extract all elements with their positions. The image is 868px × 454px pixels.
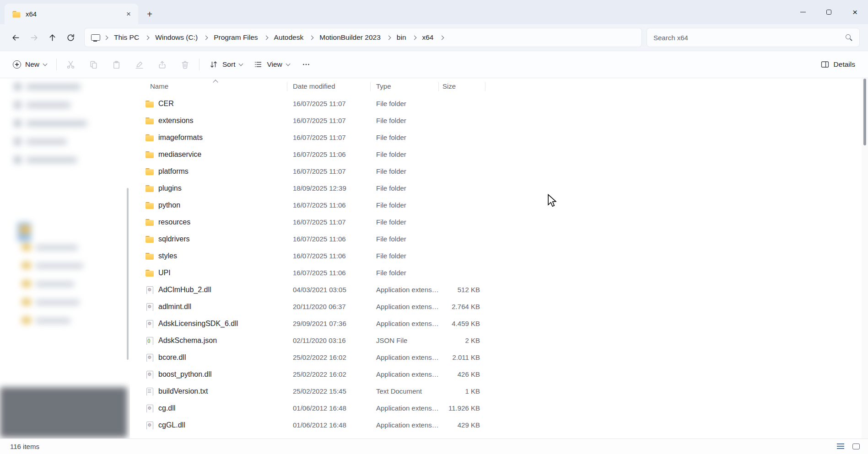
rename-button[interactable] xyxy=(129,55,149,74)
navigation-bar: This PCWindows (C:)Program FilesAutodesk… xyxy=(0,24,868,51)
toolbar-separator xyxy=(56,59,57,70)
file-row[interactable]: UPI16/07/2025 11:06File folder xyxy=(130,264,868,281)
refresh-icon xyxy=(66,33,75,43)
details-pane-button[interactable]: Details xyxy=(815,56,861,73)
back-button[interactable] xyxy=(6,28,25,47)
share-button[interactable] xyxy=(152,55,172,74)
file-name: mediaservice xyxy=(158,150,201,159)
chevron-right-icon[interactable] xyxy=(264,35,268,40)
folder-icon xyxy=(145,117,154,125)
file-row[interactable]: platforms16/07/2025 11:07File folder xyxy=(130,163,868,180)
file-type: File folder xyxy=(371,134,439,141)
column-header-label: Type xyxy=(376,82,391,90)
file-type: Application extens… xyxy=(371,353,439,361)
file-row[interactable]: styles16/07/2025 11:06File folder xyxy=(130,247,868,264)
file-row[interactable]: CER16/07/2025 11:07File folder xyxy=(130,95,868,112)
file-size: 2.764 KB xyxy=(439,303,485,310)
close-button[interactable]: × xyxy=(842,0,868,24)
search-icon[interactable] xyxy=(845,34,853,42)
breadcrumb-item[interactable]: This PC xyxy=(110,30,143,45)
file-row[interactable]: boost_python.dll25/02/2022 16:02Applicat… xyxy=(130,366,868,383)
file-type: File folder xyxy=(371,252,439,260)
view-button[interactable]: View xyxy=(248,56,295,73)
copy-button[interactable] xyxy=(84,55,103,74)
sidebar-scrollbar[interactable] xyxy=(127,188,129,360)
file-row[interactable]: mediaservice16/07/2025 11:06File folder xyxy=(130,146,868,163)
see-more-button[interactable] xyxy=(297,55,315,74)
file-date-modified: 16/07/2025 11:06 xyxy=(287,150,371,158)
file-row[interactable]: bcore.dll25/02/2022 16:02Application ext… xyxy=(130,349,868,366)
column-header-date-modified[interactable]: Date modified xyxy=(287,78,371,94)
maximize-button[interactable] xyxy=(816,0,842,24)
breadcrumb-item[interactable]: Autodesk xyxy=(270,30,308,45)
file-row[interactable]: adlmint.dll20/11/2020 06:37Application e… xyxy=(130,298,868,315)
this-pc-icon[interactable] xyxy=(90,33,100,42)
vertical-scrollbar[interactable] xyxy=(862,78,868,438)
file-size: 2 KB xyxy=(439,336,485,344)
details-view-toggle[interactable] xyxy=(834,441,847,453)
file-row[interactable]: cgGL.dll01/06/2012 16:48Application exte… xyxy=(130,417,868,433)
chevron-right-icon[interactable] xyxy=(439,35,444,40)
file-row[interactable]: AdClmHub_2.dll04/03/2021 03:05Applicatio… xyxy=(130,281,868,298)
file-icon xyxy=(145,286,154,294)
chevron-right-icon[interactable] xyxy=(104,35,108,40)
file-row[interactable]: buildVersion.txt25/02/2022 15:45Text Doc… xyxy=(130,383,868,400)
minimize-button[interactable] xyxy=(790,0,816,24)
delete-button[interactable] xyxy=(175,55,195,74)
status-bar: 116 items xyxy=(0,438,868,454)
large-icons-view-toggle[interactable] xyxy=(850,441,863,453)
file-row[interactable]: extensions16/07/2025 11:07File folder xyxy=(130,112,868,129)
window-controls: × xyxy=(790,0,868,24)
new-tab-button[interactable]: + xyxy=(142,6,157,22)
search-input[interactable] xyxy=(653,34,845,42)
address-bar[interactable]: This PCWindows (C:)Program FilesAutodesk… xyxy=(84,28,642,47)
breadcrumb-item[interactable]: Program Files xyxy=(210,30,262,45)
paste-icon xyxy=(112,60,121,69)
folder-icon xyxy=(145,167,154,176)
chevron-right-icon[interactable] xyxy=(145,35,150,40)
paste-button[interactable] xyxy=(107,55,126,74)
tab-x64[interactable]: x64 × xyxy=(5,4,138,24)
sort-button[interactable]: Sort xyxy=(204,56,248,73)
file-row[interactable]: plugins18/09/2025 12:39File folder xyxy=(130,180,868,197)
refresh-button[interactable] xyxy=(61,28,80,47)
breadcrumb-item[interactable]: MotionBuilder 2023 xyxy=(315,30,385,45)
details-pane-icon xyxy=(820,60,830,69)
folder-icon xyxy=(145,252,154,260)
chevron-right-icon[interactable] xyxy=(412,35,416,40)
chevron-right-icon[interactable] xyxy=(204,35,208,40)
chevron-right-icon[interactable] xyxy=(309,35,314,40)
tab-close-icon[interactable]: × xyxy=(123,8,135,20)
column-header-type[interactable]: Type xyxy=(371,78,439,94)
breadcrumb-item[interactable]: bin xyxy=(393,30,410,45)
column-header-size[interactable]: Size xyxy=(439,78,485,94)
file-type: File folder xyxy=(371,100,439,107)
scrollbar-thumb[interactable] xyxy=(863,79,866,145)
file-row[interactable]: python16/07/2025 11:06File folder xyxy=(130,197,868,214)
file-name: boost_python.dll xyxy=(158,370,212,379)
file-name: AdskSchema.json xyxy=(158,336,217,345)
file-row[interactable]: sqldrivers16/07/2025 11:06File folder xyxy=(130,230,868,247)
cut-button[interactable] xyxy=(61,55,81,74)
new-button[interactable]: New xyxy=(7,56,52,73)
file-icon xyxy=(145,421,154,429)
file-row[interactable]: AdskSchema.json02/11/2020 03:16JSON File… xyxy=(130,332,868,349)
breadcrumb-item[interactable]: Windows (C:) xyxy=(151,30,202,45)
view-toggles xyxy=(834,441,863,453)
thumbnail-view-icon xyxy=(852,443,860,449)
file-row[interactable]: resources16/07/2025 11:07File folder xyxy=(130,214,868,230)
file-row[interactable]: AdskLicensingSDK_6.dll29/09/2021 07:36Ap… xyxy=(130,315,868,332)
chevron-down-icon xyxy=(239,61,243,66)
file-row-partial[interactable] xyxy=(130,433,868,438)
search-box[interactable] xyxy=(647,28,860,47)
file-row[interactable]: imageformats16/07/2025 11:07File folder xyxy=(130,129,868,146)
folder-icon xyxy=(145,218,154,226)
navigation-sidebar[interactable] xyxy=(0,78,130,438)
file-row[interactable]: cg.dll01/06/2012 16:48Application extens… xyxy=(130,400,868,417)
chevron-right-icon[interactable] xyxy=(386,35,391,40)
forward-button[interactable] xyxy=(25,28,43,47)
up-button[interactable] xyxy=(43,28,61,47)
breadcrumb-item[interactable]: x64 xyxy=(418,30,438,45)
file-date-modified: 16/07/2025 11:07 xyxy=(287,117,371,124)
column-header-name[interactable]: Name xyxy=(130,78,287,94)
